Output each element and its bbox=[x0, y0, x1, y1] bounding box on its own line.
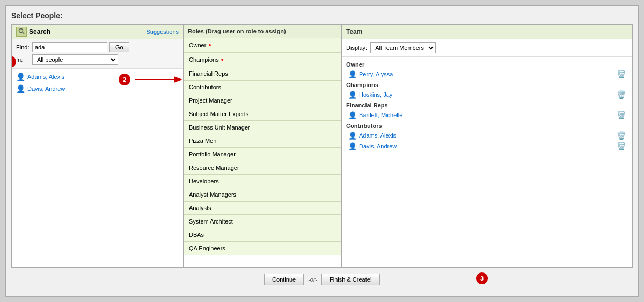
roles-list: Owner •Champions •Financial RepsContribu… bbox=[184, 38, 341, 267]
or-text: -or- bbox=[308, 276, 317, 283]
team-member-left: 👤 Davis, Andrew bbox=[348, 142, 397, 150]
team-role-header: Champions bbox=[346, 80, 628, 89]
table-row: 👤 Adams, Alexis 🗑️ bbox=[346, 130, 628, 141]
role-item[interactable]: Champions • bbox=[184, 53, 341, 67]
role-item[interactable]: DBAs bbox=[184, 228, 341, 242]
delete-icon[interactable]: 🗑️ bbox=[617, 142, 626, 150]
display-label: Display: bbox=[346, 45, 367, 51]
required-indicator: • bbox=[221, 56, 224, 63]
in-select[interactable]: All people My team Department bbox=[32, 54, 118, 65]
role-label: Developers bbox=[189, 178, 219, 184]
role-item[interactable]: Business Unit Manager bbox=[184, 121, 341, 134]
person-icon: 👤 bbox=[348, 111, 357, 119]
team-member-left: 👤 Perry, Alyssa bbox=[348, 70, 393, 78]
person-icon: 👤 bbox=[16, 84, 25, 93]
role-item[interactable]: Project Manager bbox=[184, 94, 341, 107]
footer: Continue -or- Finish & Create! 3 bbox=[11, 268, 633, 291]
delete-icon[interactable]: 🗑️ bbox=[617, 70, 626, 78]
svg-point-0 bbox=[19, 29, 23, 33]
role-label: Analysts bbox=[189, 205, 211, 211]
role-label: Contributors bbox=[189, 84, 221, 90]
role-item[interactable]: Portfolio Manager bbox=[184, 148, 341, 161]
team-member-name: Hoskins, Jay bbox=[359, 91, 392, 98]
role-item[interactable]: Subject Matter Experts bbox=[184, 107, 341, 121]
team-role-header: Financial Reps bbox=[346, 100, 628, 110]
roles-header: Roles (Drag user on role to assign) bbox=[184, 25, 341, 38]
team-member-name: Bartlett, Michelle bbox=[359, 112, 402, 118]
search-controls: Find: Go In: All people My team Departme… bbox=[12, 39, 183, 69]
role-label: Pizza Men bbox=[189, 138, 216, 144]
role-label: Owner bbox=[189, 42, 206, 48]
table-row: 👤 Davis, Andrew 🗑️ bbox=[346, 141, 628, 152]
team-member-left: 👤 Bartlett, Michelle bbox=[348, 111, 402, 119]
role-label: QA Engineers bbox=[189, 245, 225, 251]
role-item[interactable]: Resource Manager bbox=[184, 161, 341, 175]
middle-panel: Roles (Drag user on role to assign) Owne… bbox=[184, 25, 342, 267]
continue-button[interactable]: Continue bbox=[264, 274, 304, 285]
find-row: Find: Go bbox=[16, 42, 179, 52]
display-row: Display: All Team Members Owner Champion… bbox=[342, 39, 632, 57]
role-label: System Architect bbox=[189, 218, 233, 225]
role-label: Financial Reps bbox=[189, 70, 228, 77]
team-member-name: Adams, Alexis bbox=[359, 132, 396, 139]
team-member-left: 👤 Adams, Alexis bbox=[348, 132, 396, 140]
right-panel: Team Display: All Team Members Owner Cha… bbox=[342, 25, 632, 267]
person-icon: 👤 bbox=[348, 91, 357, 99]
person-icon: 👤 bbox=[348, 142, 357, 150]
role-item[interactable]: Developers bbox=[184, 175, 341, 188]
role-label: Business Unit Manager bbox=[189, 124, 250, 131]
team-role-header: Contributors bbox=[346, 120, 628, 130]
search-header-left: Search bbox=[16, 27, 50, 37]
go-button[interactable]: Go bbox=[109, 42, 129, 52]
svg-line-1 bbox=[23, 32, 24, 34]
person-name: Adams, Alexis bbox=[27, 74, 64, 80]
list-item[interactable]: 👤 Adams, Alexis bbox=[12, 71, 183, 83]
list-item[interactable]: 👤 Davis, Andrew bbox=[12, 83, 183, 95]
finish-create-button[interactable]: Finish & Create! bbox=[321, 274, 380, 285]
person-icon: 👤 bbox=[348, 70, 357, 78]
find-input[interactable] bbox=[32, 42, 107, 52]
delete-icon[interactable]: 🗑️ bbox=[617, 131, 626, 140]
role-label: Champions bbox=[189, 56, 219, 63]
search-label: Search bbox=[29, 28, 50, 35]
role-label: Resource Manager bbox=[189, 164, 239, 171]
role-label: DBAs bbox=[189, 232, 204, 238]
person-name: Davis, Andrew bbox=[27, 85, 65, 92]
table-row: 👤 Hoskins, Jay 🗑️ bbox=[346, 89, 628, 100]
table-row: 👤 Bartlett, Michelle 🗑️ bbox=[346, 110, 628, 120]
search-icon bbox=[16, 27, 27, 37]
in-label: In: bbox=[16, 56, 30, 63]
person-icon: 👤 bbox=[348, 132, 357, 140]
suggestions-link[interactable]: Suggestions bbox=[146, 28, 179, 35]
find-label: Find: bbox=[16, 44, 30, 51]
search-panel-header: Search Suggestions bbox=[12, 25, 183, 39]
role-item[interactable]: Contributors bbox=[184, 81, 341, 94]
people-list: 2 👤 Adams, Alexis 👤 Davis, Andrew bbox=[12, 69, 183, 267]
role-item[interactable]: QA Engineers bbox=[184, 242, 341, 255]
team-member-left: 👤 Hoskins, Jay bbox=[348, 91, 392, 99]
role-label: Portfolio Manager bbox=[189, 151, 236, 157]
callout-3: 3 bbox=[476, 272, 488, 284]
in-row: In: All people My team Department bbox=[16, 54, 179, 65]
table-row: 👤 Perry, Alyssa 🗑️ bbox=[346, 69, 628, 80]
role-item[interactable]: Pizza Men bbox=[184, 134, 341, 148]
team-member-name: Davis, Andrew bbox=[359, 143, 397, 149]
left-panel: 1 Search Suggestions Find: Go I bbox=[12, 25, 184, 267]
role-item[interactable]: Analyst Managers bbox=[184, 188, 341, 202]
person-icon: 👤 bbox=[16, 73, 25, 81]
role-label: Analyst Managers bbox=[189, 191, 236, 198]
role-item[interactable]: System Architect bbox=[184, 215, 341, 228]
delete-icon[interactable]: 🗑️ bbox=[617, 90, 626, 99]
team-header: Team bbox=[342, 25, 632, 39]
delete-icon[interactable]: 🗑️ bbox=[617, 111, 626, 119]
team-list: Owner 👤 Perry, Alyssa 🗑️ Champions 👤 Hos… bbox=[342, 57, 632, 267]
required-indicator: • bbox=[208, 41, 211, 49]
role-item[interactable]: Analysts bbox=[184, 202, 341, 215]
display-select[interactable]: All Team Members Owner Champions bbox=[370, 42, 436, 53]
role-label: Project Manager bbox=[189, 97, 232, 104]
role-label: Subject Matter Experts bbox=[189, 111, 248, 117]
role-item[interactable]: Owner • bbox=[184, 38, 341, 53]
role-item[interactable]: Financial Reps bbox=[184, 67, 341, 81]
team-member-name: Perry, Alyssa bbox=[359, 71, 393, 77]
team-role-header: Owner bbox=[346, 59, 628, 69]
